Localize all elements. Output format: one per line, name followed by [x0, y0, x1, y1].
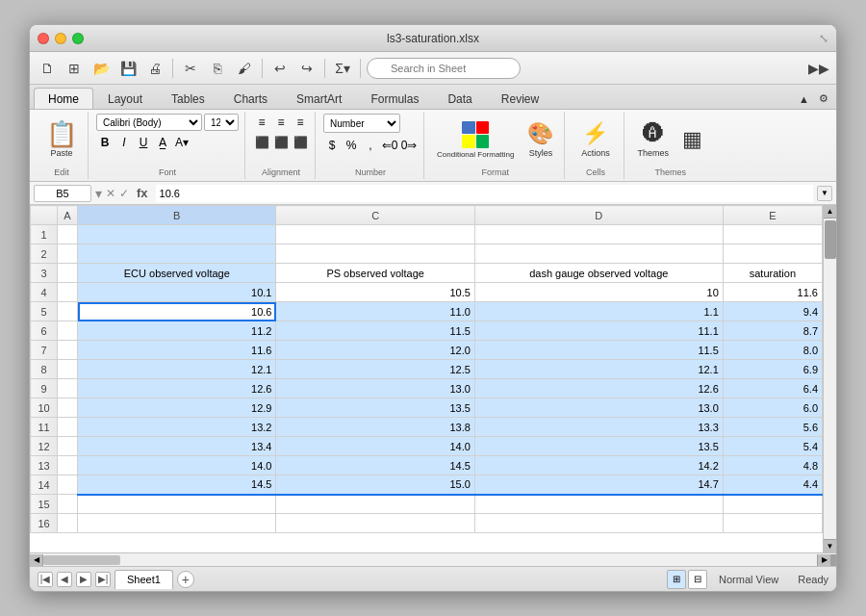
grid-button[interactable]: ⊞ — [63, 57, 86, 80]
cell-e12[interactable]: 5.4 — [723, 437, 822, 456]
tab-home[interactable]: Home — [34, 88, 93, 109]
search-input[interactable] — [367, 58, 521, 79]
row-header-4[interactable]: 4 — [31, 283, 58, 302]
cell-d14[interactable]: 14.7 — [474, 475, 723, 495]
cell-d13[interactable]: 14.2 — [474, 456, 723, 475]
cell-e10[interactable]: 6.0 — [723, 398, 822, 418]
cell-d5[interactable]: 1.1 — [474, 302, 723, 321]
tab-layout[interactable]: Layout — [93, 88, 157, 109]
cell-d4[interactable]: 10 — [474, 283, 723, 302]
toolbar-arrow-right[interactable]: ▶▶ — [807, 57, 830, 80]
scroll-thumb[interactable] — [825, 220, 836, 259]
col-header-e[interactable]: E — [723, 206, 822, 225]
tab-smartart[interactable]: SmartArt — [282, 88, 356, 109]
row-header-10[interactable]: 10 — [31, 398, 58, 418]
cell-d1[interactable] — [474, 225, 723, 244]
cell-c4[interactable]: 10.5 — [276, 283, 474, 302]
row-header-9[interactable]: 9 — [31, 379, 58, 398]
maximize-button[interactable] — [72, 33, 84, 44]
h-scroll-thumb[interactable] — [43, 555, 120, 565]
themes-grid-button[interactable]: ▦ — [675, 114, 708, 166]
copy-button[interactable]: ⎘ — [206, 57, 229, 80]
cell-e15[interactable] — [723, 495, 822, 514]
col-header-b[interactable]: B — [78, 206, 276, 225]
row-header-6[interactable]: 6 — [31, 321, 58, 341]
cell-b3[interactable]: ECU observed voltage — [78, 264, 276, 283]
cell-a2[interactable] — [58, 244, 78, 264]
italic-button[interactable]: I — [115, 134, 133, 151]
cell-d11[interactable]: 13.3 — [474, 418, 723, 437]
scroll-down-button[interactable]: ▼ — [824, 539, 836, 552]
bold-button[interactable]: B — [96, 134, 114, 151]
cell-c14[interactable]: 15.0 — [276, 475, 474, 495]
first-sheet-button[interactable]: |◀ — [38, 572, 53, 587]
new-button[interactable]: 🗋 — [36, 57, 59, 80]
cell-c8[interactable]: 12.5 — [276, 360, 474, 379]
cell-c1[interactable] — [276, 225, 474, 244]
percent-button[interactable]: % — [343, 137, 360, 154]
cell-c5[interactable]: 11.0 — [276, 302, 474, 321]
add-sheet-button[interactable]: + — [177, 571, 194, 588]
comma-button[interactable]: , — [362, 137, 379, 154]
tab-data[interactable]: Data — [433, 88, 486, 109]
cell-b13[interactable]: 14.0 — [78, 456, 276, 475]
vertical-scrollbar[interactable]: ▲ ▼ — [823, 205, 836, 552]
cell-e9[interactable]: 6.4 — [723, 379, 822, 398]
tab-formulas[interactable]: Formulas — [356, 88, 433, 109]
cell-e14[interactable]: 4.4 — [723, 475, 822, 495]
row-header-12[interactable]: 12 — [31, 437, 58, 456]
cell-c12[interactable]: 14.0 — [276, 437, 474, 456]
ribbon-collapse-btn[interactable]: ▲ — [795, 91, 813, 107]
row-header-1[interactable]: 1 — [31, 225, 58, 244]
row-header-13[interactable]: 13 — [31, 456, 58, 475]
align-center-button[interactable]: ⬛ — [272, 134, 290, 151]
prev-sheet-button[interactable]: ◀ — [57, 572, 72, 587]
formula-fx-icon[interactable]: fx — [137, 186, 148, 200]
tab-charts[interactable]: Charts — [219, 88, 282, 109]
cell-c16[interactable] — [276, 514, 474, 533]
cell-e11[interactable]: 5.6 — [723, 418, 822, 437]
row-header-8[interactable]: 8 — [31, 360, 58, 379]
cell-e1[interactable] — [723, 225, 822, 244]
cell-b15[interactable] — [78, 495, 276, 514]
cell-e16[interactable] — [723, 514, 822, 533]
cell-b10[interactable]: 12.9 — [78, 398, 276, 418]
cell-e4[interactable]: 11.6 — [723, 283, 822, 302]
spreadsheet-container[interactable]: A B C D E 1 — [30, 205, 823, 552]
row-header-11[interactable]: 11 — [31, 418, 58, 437]
cell-c9[interactable]: 13.0 — [276, 379, 474, 398]
row-header-15[interactable]: 15 — [31, 495, 58, 514]
cell-e13[interactable]: 4.8 — [723, 456, 822, 475]
paste-button[interactable]: 📋 Paste — [41, 114, 82, 166]
cell-a4[interactable] — [58, 283, 78, 302]
cell-a7[interactable] — [58, 341, 78, 360]
row-header-14[interactable]: 14 — [31, 475, 58, 495]
conditional-formatting-button[interactable]: Conditional Formatting — [432, 114, 519, 166]
cell-a5[interactable] — [58, 302, 78, 321]
cell-c11[interactable]: 13.8 — [276, 418, 474, 437]
align-left-button[interactable]: ⬛ — [253, 134, 270, 151]
cell-e3[interactable]: saturation — [723, 264, 822, 283]
cell-e2[interactable] — [723, 244, 822, 264]
cell-b11[interactable]: 13.2 — [78, 418, 276, 437]
currency-button[interactable]: $ — [323, 137, 341, 154]
cell-d7[interactable]: 11.5 — [474, 341, 723, 360]
cell-b16[interactable] — [78, 514, 276, 533]
font-color-button[interactable]: A▾ — [173, 134, 191, 151]
align-top-right-button[interactable]: ≡ — [292, 114, 309, 131]
cell-b1[interactable] — [78, 225, 276, 244]
cut-button[interactable]: ✂ — [179, 57, 202, 80]
tab-tables[interactable]: Tables — [157, 88, 219, 109]
cell-e6[interactable]: 8.7 — [723, 321, 822, 341]
cell-a10[interactable] — [58, 398, 78, 418]
cell-c2[interactable] — [276, 244, 474, 264]
sheet-tab-1[interactable]: Sheet1 — [115, 570, 173, 589]
page-layout-button[interactable]: ⊟ — [688, 570, 707, 589]
highlight-button[interactable]: A̲ — [154, 134, 171, 151]
cell-a11[interactable] — [58, 418, 78, 437]
paintbrush-button[interactable]: 🖌 — [233, 57, 256, 80]
cell-d3[interactable]: dash gauge observed voltage — [474, 264, 723, 283]
cell-b4[interactable]: 10.1 — [78, 283, 276, 302]
align-right-button[interactable]: ⬛ — [292, 134, 309, 151]
cell-a13[interactable] — [58, 456, 78, 475]
